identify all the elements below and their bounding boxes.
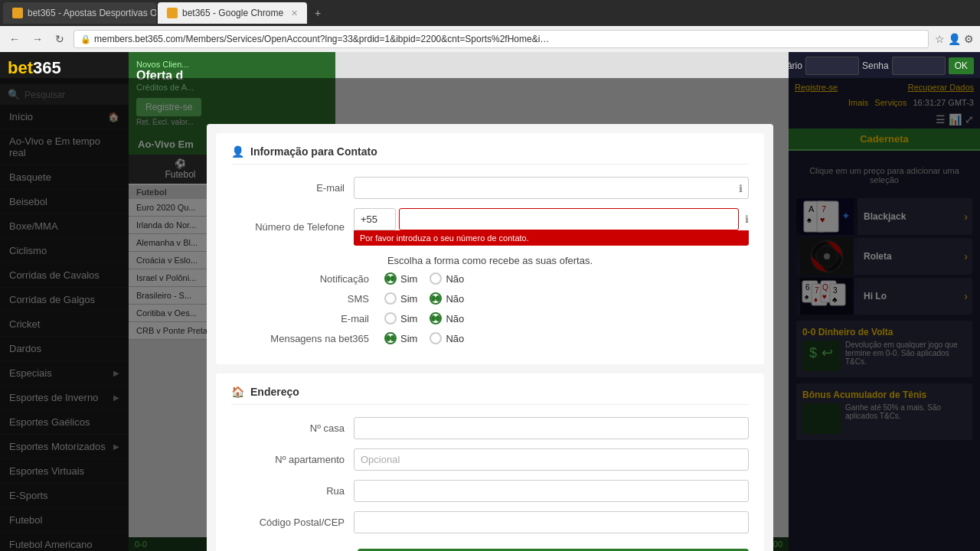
address-section: 🏠 Endereço Nº casa Nº apartamento <box>216 373 764 551</box>
nro-apto-field <box>354 448 749 471</box>
find-address-container: Encontrar Endereço <box>358 543 749 551</box>
phone-inputs: ℹ <box>354 208 749 230</box>
cep-input[interactable] <box>354 511 749 533</box>
senha-label: Senha <box>862 60 889 71</box>
nro-apto-label: Nº apartamento <box>231 454 354 465</box>
offers-label: Escolha a forma como recebe as suas ofer… <box>387 255 593 266</box>
sms-nao-radio[interactable] <box>430 292 442 305</box>
tab1-favicon <box>12 8 23 18</box>
ok-button[interactable]: OK <box>949 57 974 74</box>
mensagens-nao-radio[interactable] <box>430 332 442 344</box>
bookmark-button[interactable]: ☆ <box>935 33 945 45</box>
address-actions: ☆ 👤 ⚙ <box>935 33 974 45</box>
forward-button[interactable]: → <box>29 31 46 47</box>
browser-chrome: bet365 - Apostas Desportivas O... ✕ bet3… <box>0 0 980 52</box>
cep-field <box>354 511 749 533</box>
tab-2[interactable]: bet365 - Google Chrome ✕ <box>158 2 307 24</box>
mensagens-radio-group: Sim Não <box>384 332 464 344</box>
back-button[interactable]: ← <box>6 31 23 47</box>
contact-icon: 👤 <box>231 145 244 158</box>
address-section-header: 🏠 Endereço <box>231 386 749 405</box>
address-box[interactable]: 🔒 members.bet365.com/Members/Services/Op… <box>74 30 929 48</box>
nro-casa-label: Nº casa <box>231 422 354 434</box>
mensagens-label: Mensagens na bet365 <box>231 333 384 344</box>
senha-input[interactable] <box>892 57 946 75</box>
sms-row: SMS Sim Não <box>231 292 749 305</box>
email-radio-row: E-mail Sim Não <box>231 312 749 324</box>
nro-casa-field <box>354 417 749 439</box>
mensagens-nao-option[interactable]: Não <box>430 332 464 344</box>
nao-label-notif: Não <box>446 273 464 285</box>
refresh-button[interactable]: ↻ <box>52 31 67 47</box>
rua-row: Rua <box>231 480 749 502</box>
sms-label: SMS <box>231 293 384 305</box>
phone-label: Número de Telefone <box>231 221 354 233</box>
phone-info-icon[interactable]: ℹ <box>745 214 749 225</box>
nro-apto-input[interactable] <box>354 448 749 471</box>
main-layout: bet365 🔍 Início 🏠 Ao-Vivo e Em tempo rea… <box>0 52 980 551</box>
email-radio-group: Sim Não <box>384 312 464 324</box>
tab2-favicon <box>167 8 178 18</box>
extension-button[interactable]: ⚙ <box>964 33 974 45</box>
sim-label-mensagens: Sim <box>400 333 417 344</box>
notificacao-nao-radio[interactable] <box>430 272 442 285</box>
mensagens-sim-radio[interactable] <box>384 332 397 344</box>
rua-input[interactable] <box>354 480 749 502</box>
tab2-label: bet365 - Google Chrome <box>182 8 283 18</box>
mensagens-sim-option[interactable]: Sim <box>384 332 417 344</box>
nro-casa-input[interactable] <box>354 417 749 439</box>
email-info-icon[interactable]: ℹ <box>739 182 743 194</box>
sim-label-sms: Sim <box>400 293 417 305</box>
promo-novos: Novos Clien... <box>136 60 328 69</box>
cep-label: Código Postal/CEP <box>231 517 354 528</box>
modal: 👤 Informação para Contato E-mail ℹ Númer… <box>207 124 773 551</box>
phone-error-message: Por favor introduza o seu número de cont… <box>354 230 749 246</box>
sms-nao-option[interactable]: Não <box>430 292 464 305</box>
new-tab-button[interactable]: + <box>312 5 324 21</box>
modal-overlay: 👤 Informação para Contato E-mail ℹ Númer… <box>0 78 980 551</box>
email-input[interactable] <box>354 177 749 199</box>
usuario-label: Usuário <box>789 60 802 71</box>
cep-row: Código Postal/CEP <box>231 511 749 533</box>
contact-title: Informação para Contato <box>250 145 377 158</box>
nao-label-sms: Não <box>446 293 464 305</box>
offers-text: Escolha a forma como recebe as suas ofer… <box>231 255 749 266</box>
notificacao-nao-option[interactable]: Não <box>430 272 464 285</box>
email-sim-option[interactable]: Sim <box>384 312 417 324</box>
email-sim-radio[interactable] <box>384 312 397 324</box>
nao-label-mensagens: Não <box>446 333 464 344</box>
nro-apto-row: Nº apartamento <box>231 448 749 471</box>
usuario-input[interactable] <box>805 57 859 75</box>
email-row: E-mail ℹ <box>231 177 749 199</box>
logo-text: bet365 <box>8 58 61 77</box>
email-label: E-mail <box>231 182 354 194</box>
tab-1[interactable]: bet365 - Apostas Desportivas O... ✕ <box>3 2 156 24</box>
nro-casa-row: Nº casa <box>231 417 749 439</box>
right-header: Usuário Senha OK <box>789 52 980 80</box>
phone-field-container: ℹ Por favor introduza o seu número de co… <box>354 208 749 246</box>
notificacao-sim-option[interactable]: Sim <box>384 272 417 285</box>
address-text: members.bet365.com/Members/Services/Open… <box>94 34 554 44</box>
email-radio-label: E-mail <box>231 313 384 324</box>
lock-icon: 🔒 <box>80 34 91 44</box>
email-nao-radio[interactable] <box>430 312 442 324</box>
address-bar: ← → ↻ 🔒 members.bet365.com/Members/Servi… <box>0 26 980 52</box>
sms-sim-radio[interactable] <box>384 292 397 305</box>
notificacao-row: Notificação Sim Não <box>231 272 749 285</box>
phone-number-input[interactable] <box>399 208 739 230</box>
profile-button[interactable]: 👤 <box>948 33 961 45</box>
nao-label-email: Não <box>446 313 464 324</box>
email-nao-option[interactable]: Não <box>430 312 464 324</box>
sim-label-notif: Sim <box>400 273 417 285</box>
tab2-close[interactable]: ✕ <box>291 8 298 18</box>
tab-bar: bet365 - Apostas Desportivas O... ✕ bet3… <box>0 0 980 26</box>
sim-label-email: Sim <box>400 313 417 324</box>
contact-section: 👤 Informação para Contato E-mail ℹ Númer… <box>216 133 764 364</box>
notificacao-sim-radio[interactable] <box>384 272 397 285</box>
phone-prefix-input[interactable] <box>354 208 396 230</box>
notificacao-radio-group: Sim Não <box>384 272 464 285</box>
contact-section-header: 👤 Informação para Contato <box>231 145 749 165</box>
sms-sim-option[interactable]: Sim <box>384 292 417 305</box>
rua-label: Rua <box>231 485 354 497</box>
rua-field <box>354 480 749 502</box>
